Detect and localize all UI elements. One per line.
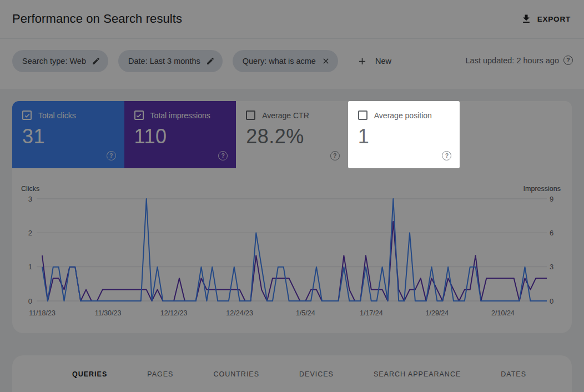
tile-label: Average position xyxy=(374,111,432,120)
tile-average-position[interactable]: Average position 1 ? xyxy=(348,101,460,168)
help-icon[interactable]: ? xyxy=(442,151,451,160)
checkbox-unchecked-icon[interactable] xyxy=(358,110,367,120)
tile-value: 1 xyxy=(358,125,450,148)
tutorial-dim-overlay xyxy=(0,0,584,392)
